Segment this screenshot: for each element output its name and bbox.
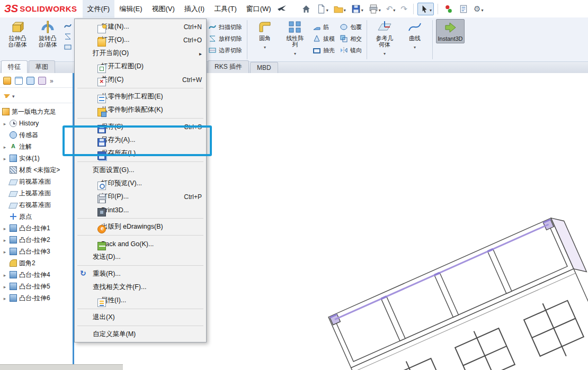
menu-item-save-all[interactable]: 保存所有(L) (75, 147, 206, 160)
expand-arrow-icon[interactable] (2, 271, 7, 278)
boundary-boss-button[interactable] (64, 43, 72, 51)
menu-item-publish-edrawings[interactable]: 出版到 eDrawings(B) (75, 220, 206, 233)
model-3d[interactable] (291, 206, 588, 370)
dropdown-arrow-icon[interactable] (361, 4, 363, 14)
open-button[interactable] (332, 3, 348, 15)
tree-item-origin[interactable]: 原点 (0, 211, 73, 222)
instant3d-button[interactable]: Instant3D (436, 19, 465, 43)
filter-dropdown-arrow-icon[interactable] (12, 91, 15, 100)
undo-button[interactable]: ↶ (384, 3, 398, 15)
dropdown-arrow-icon[interactable] (294, 48, 296, 57)
property-manager-tab-icon[interactable] (15, 77, 23, 85)
extruded-boss-button[interactable]: 拉伸凸 台/基体 (3, 19, 32, 49)
tab-mbd[interactable]: MBD (250, 62, 278, 73)
menu-item-pack-and-go[interactable]: Pack and Go(K)... (75, 237, 206, 250)
tree-root[interactable]: 第一版电力充足 (0, 106, 73, 118)
menu-item-new[interactable]: 新建(N)... Ctrl+N (75, 20, 206, 33)
intersect-button[interactable]: 相交 (338, 33, 363, 44)
print-button[interactable] (367, 3, 383, 15)
menu-item-page-setup[interactable]: 页面设置(G)... (75, 164, 206, 177)
tree-item-history[interactable]: History (0, 118, 73, 129)
menu-item-properties[interactable]: 属性(I)... (75, 294, 206, 307)
menu-view[interactable]: 视图(V) (147, 0, 180, 18)
expand-arrow-icon[interactable] (2, 294, 7, 302)
dropdown-arrow-icon[interactable] (414, 41, 416, 51)
feature-manager-tab-icon[interactable] (3, 77, 11, 85)
dropdown-arrow-icon[interactable] (326, 4, 328, 14)
interference-check-button[interactable] (442, 3, 456, 15)
curves-button[interactable]: 曲线 (400, 19, 429, 52)
dropdown-arrow-icon[interactable] (429, 4, 432, 14)
fillet-button[interactable]: 圆角 (251, 19, 279, 52)
menu-insert[interactable]: 插入(I) (180, 0, 209, 18)
expand-arrow-icon[interactable] (2, 155, 7, 162)
lofted-cut-button[interactable]: 放样切除 (207, 33, 244, 44)
menu-file[interactable]: 文件(F) (83, 0, 115, 18)
tree-item-annotations[interactable]: 注解 (0, 141, 73, 152)
swept-boss-button[interactable] (64, 22, 72, 30)
tree-item-right-plane[interactable]: 右视基准面 (0, 199, 73, 211)
dropdown-arrow-icon[interactable] (384, 48, 386, 57)
filter-funnel-icon[interactable] (4, 91, 10, 100)
menu-item-send[interactable]: 发送(D)... (75, 250, 206, 264)
revolved-boss-button[interactable]: 旋转凸 台/基体 (33, 19, 62, 49)
expand-arrow-icon[interactable] (2, 248, 7, 255)
expand-arrow-icon[interactable] (2, 236, 7, 243)
expand-arrow-icon[interactable] (2, 120, 7, 127)
panel-tabs-overflow-icon[interactable] (50, 76, 54, 85)
mirror-button[interactable]: 镜向 (338, 45, 363, 56)
tree-item-material[interactable]: 材质 <未指定> (0, 164, 73, 176)
evaluate-button[interactable] (457, 3, 470, 15)
expand-arrow-icon[interactable] (2, 224, 7, 232)
expand-arrow-icon[interactable] (2, 143, 7, 150)
linear-pattern-button[interactable]: 线性阵 列 (281, 19, 309, 58)
tree-item-solid-bodies[interactable]: 实体(1) (0, 152, 73, 164)
dropdown-arrow-icon[interactable] (378, 4, 381, 14)
dropdown-arrow-icon[interactable] (480, 4, 483, 14)
tree-item-boss-extrude4[interactable]: 凸台-拉伸4 (0, 269, 73, 281)
tree-item-top-plane[interactable]: 上视基准面 (0, 187, 73, 199)
menu-item-print3d[interactable]: Print3D... (75, 203, 206, 216)
menu-item-make-drawing-from-part[interactable]: 从零件制作工程图(E) (75, 90, 206, 103)
tab-solidworks-addins[interactable]: RKS 插件 (208, 60, 249, 73)
new-document-button[interactable] (314, 3, 331, 15)
select-tool-button[interactable] (417, 3, 434, 15)
tree-item-boss-extrude5[interactable]: 凸台-拉伸5 (0, 281, 73, 292)
menu-item-print-preview[interactable]: 打印预览(V)... (75, 177, 206, 190)
tree-item-boss-extrude2[interactable]: 凸台-拉伸2 (0, 234, 73, 246)
dropdown-arrow-icon[interactable] (264, 41, 266, 51)
menu-item-print[interactable]: 打印(P)... Ctrl+P (75, 190, 206, 203)
tree-item-front-plane[interactable]: 前视基准面 (0, 176, 73, 187)
save-button[interactable] (349, 3, 366, 15)
tab-sketch[interactable]: 草图 (29, 60, 55, 73)
menu-window[interactable]: 窗口(W) (242, 0, 276, 18)
menu-item-open-drawing[interactable]: 打开工程图(D) (75, 60, 206, 73)
shell-button[interactable]: 抽壳 (311, 45, 336, 56)
boundary-cut-button[interactable]: 边界切除 (207, 45, 244, 56)
home-button[interactable] (299, 3, 313, 15)
tree-item-sensors[interactable]: 传感器 (0, 129, 73, 141)
menu-item-open[interactable]: 打开(O)... Ctrl+O (75, 33, 206, 47)
configuration-manager-tab-icon[interactable] (26, 77, 34, 85)
wrap-button[interactable]: 包覆 (338, 22, 363, 32)
lofted-boss-button[interactable] (64, 32, 72, 41)
draft-button[interactable]: 拔模 (311, 33, 336, 44)
rib-button[interactable]: 筋 (311, 22, 336, 32)
display-manager-tab-icon[interactable] (38, 77, 46, 85)
menu-item-open-current[interactable]: 打开当前(O) (75, 47, 206, 60)
menu-item-find-references[interactable]: 查找相关文件(F)... (75, 281, 206, 294)
tree-item-boss-extrude6[interactable]: 凸台-拉伸6 (0, 292, 73, 304)
options-button[interactable]: ⚙ (471, 3, 485, 15)
menu-item-save[interactable]: 保存(S) Ctrl+S (75, 120, 206, 133)
reference-geometry-button[interactable]: 参考几 何体 (370, 19, 399, 58)
expand-arrow-icon[interactable] (2, 283, 7, 290)
menu-tools[interactable]: 工具(T) (209, 0, 242, 18)
tree-item-boss-extrude3[interactable]: 凸台-拉伸3 (0, 246, 73, 257)
dropdown-arrow-icon[interactable] (343, 4, 346, 14)
tab-features[interactable]: 特征 (1, 60, 28, 73)
menu-item-close[interactable]: 关闭(C) Ctrl+W (75, 73, 206, 86)
dropdown-arrow-icon[interactable] (393, 4, 395, 14)
menu-item-customize-menu[interactable]: 自定义菜单(M) (75, 328, 206, 341)
swept-cut-button[interactable]: 扫描切除 (207, 22, 244, 32)
menu-item-make-assembly-from-part[interactable]: 从零件制作装配体(K) (75, 103, 206, 116)
